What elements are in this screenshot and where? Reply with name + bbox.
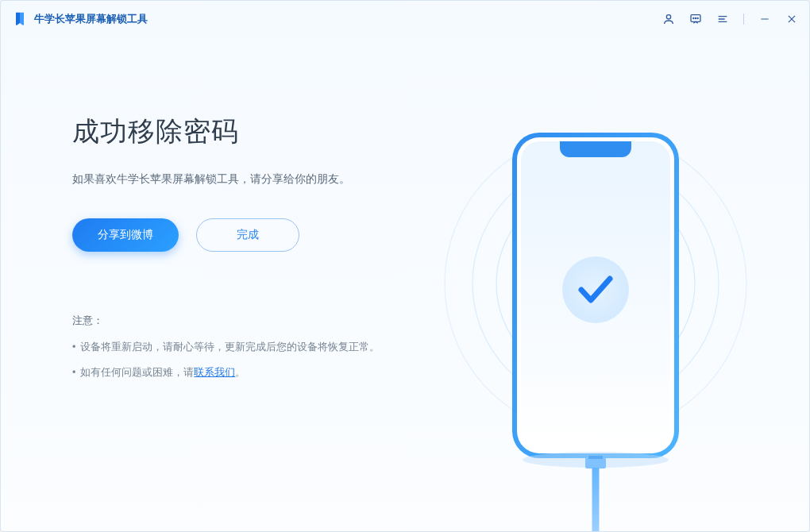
svg-rect-21 [592, 468, 600, 532]
app-title: 牛学长苹果屏幕解锁工具 [34, 12, 148, 26]
note-prefix: 如有任何问题或困难，请 [80, 367, 194, 378]
subtitle: 如果喜欢牛学长苹果屏幕解锁工具，请分享给你的朋友。 [72, 172, 414, 187]
menu-icon[interactable] [716, 13, 729, 25]
app-window: 牛学长苹果屏幕解锁工具 成功移除密码 如果喜欢牛学长苹果屏幕解锁工具，请分享给你… [0, 0, 810, 532]
left-column: 成功移除密码 如果喜欢牛学长苹果屏幕解锁工具，请分享给你的朋友。 分享到微博 完… [72, 85, 414, 531]
minimize-icon[interactable] [758, 13, 771, 25]
svg-point-18 [562, 256, 629, 323]
note-item: 如有任何问题或困难，请联系我们。 [72, 364, 414, 380]
main-content: 成功移除密码 如果喜欢牛学长苹果屏幕解锁工具，请分享给你的朋友。 分享到微博 完… [1, 37, 809, 531]
app-logo-icon [12, 11, 28, 27]
titlebar: 牛学长苹果屏幕解锁工具 [1, 1, 809, 37]
right-column [414, 85, 777, 531]
notes-label: 注意： [72, 314, 414, 328]
share-button[interactable]: 分享到微博 [72, 218, 179, 252]
page-title: 成功移除密码 [72, 114, 414, 150]
titlebar-divider [743, 13, 744, 25]
svg-rect-19 [585, 457, 606, 468]
svg-point-3 [695, 17, 696, 18]
user-icon[interactable] [662, 13, 675, 25]
button-row: 分享到微博 完成 [72, 218, 414, 252]
contact-us-link[interactable]: 联系我们 [194, 367, 235, 378]
svg-point-4 [697, 17, 698, 18]
svg-rect-20 [588, 456, 603, 459]
titlebar-controls [662, 13, 798, 25]
notes-section: 注意： 设备将重新启动，请耐心等待，更新完成后您的设备将恢复正常。 如有任何问题… [72, 314, 414, 380]
svg-point-0 [666, 15, 670, 19]
close-icon[interactable] [785, 13, 798, 25]
note-text-composite: 如有任何问题或困难，请联系我们。 [80, 364, 245, 380]
feedback-icon[interactable] [689, 13, 702, 25]
note-text: 设备将重新启动，请耐心等待，更新完成后您的设备将恢复正常。 [80, 339, 380, 355]
svg-point-2 [693, 17, 694, 18]
note-item: 设备将重新启动，请耐心等待，更新完成后您的设备将恢复正常。 [72, 339, 414, 355]
note-suffix: 。 [235, 367, 245, 378]
done-button[interactable]: 完成 [196, 218, 299, 252]
phone-success-illustration [429, 101, 762, 532]
